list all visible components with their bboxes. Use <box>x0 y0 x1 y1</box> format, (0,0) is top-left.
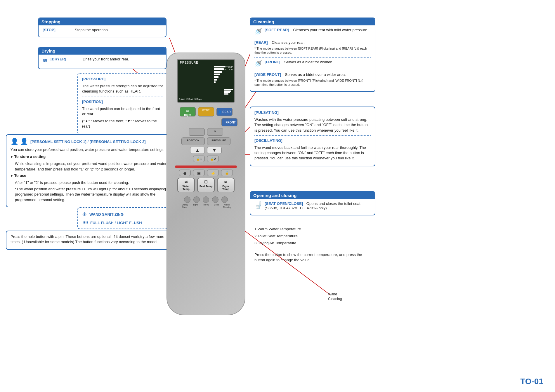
page-container: Stopping [STOP] Stops the operation. Dry… <box>0 0 555 392</box>
person2-icon: 👤 <box>20 138 28 145</box>
page-id: TO-01 <box>520 377 543 386</box>
cleansing-box: Cleansing 🚿 [SOFT REAR] Cleanses your re… <box>250 18 375 92</box>
red-separator <box>175 165 237 168</box>
to01-btn[interactable] <box>203 196 209 203</box>
dryer-temp-button[interactable]: ≋ Dryer Temp <box>217 178 235 192</box>
pressure-position-box: [PRESSURE] The water pressure strength c… <box>77 73 168 135</box>
personal-title: [PERSONAL SETTING LOCK 1] / [PERSONAL SE… <box>30 140 146 144</box>
optional-text: Press the hole button with a pin. These … <box>11 234 174 245</box>
soft-rear-label: [SOFT REAR] <box>265 28 289 32</box>
wand-sanitizing-icon: ✳ <box>82 211 87 218</box>
position-desc: The wand position can be adjusted to the… <box>82 106 163 117</box>
soft-rear-row: 🚿 [SOFT REAR] Cleanses your rear with mi… <box>254 28 371 35</box>
btn-row-arrows: ▲ ▼ <box>171 147 240 154</box>
stop-row: [STOP] Stops the operation. <box>43 28 162 32</box>
toilet-icon: 🚽 <box>254 201 262 209</box>
drying-box: Drying ≋ [DRYER] Dries your front and/or… <box>38 47 166 69</box>
icon-btn2[interactable]: ⊞ <box>193 170 205 176</box>
temp-position-bars <box>224 89 233 95</box>
person-sitting-icon2: 🚿 <box>254 60 262 67</box>
bar6 <box>214 79 217 81</box>
use-desc2: *The wand position and water pressure LE… <box>15 187 174 203</box>
icon-btn1[interactable]: ⊕ <box>179 170 191 176</box>
seat-temp-button[interactable]: ⊡ Seat Temp <box>197 178 215 192</box>
rear-button[interactable]: 👤 REAR <box>216 108 233 116</box>
position-label: [POSITION] <box>82 100 103 104</box>
screen-label: PRESSURE <box>180 61 198 64</box>
dryer-row: ≋ [DRYER] Dries your front and/or rear. <box>43 57 162 64</box>
btn-row-icons: ⊕ ⊞ ⚡ 🔓 <box>171 170 240 176</box>
use-title: To use <box>14 173 26 178</box>
front-desc: Serves as a bidet for women. <box>284 60 333 64</box>
pulsating-desc: Washes with the water pressure pulsating… <box>254 117 371 133</box>
mode-note2: * The mode changes between [FRONT] (Flic… <box>254 79 371 87</box>
position-note: ("▲" : Moves to the front, "▼" : Moves t… <box>82 119 163 129</box>
btn-row-front: ↓ FRONT <box>171 118 240 126</box>
store-desc: While cleansing is in progress, set your… <box>15 161 174 172</box>
label-wand-cleaning: WandCleaning <box>223 204 231 209</box>
dryer-desc: Dries your front and/or rear. <box>83 57 129 61</box>
energy-saver-btn[interactable] <box>184 196 190 203</box>
pressure-label: [PRESSURE] <box>82 77 105 81</box>
front-button[interactable]: ↓ FRONT <box>221 118 237 126</box>
temp-line3: 3.Drying Air Temperature <box>254 241 371 246</box>
position-button[interactable]: POSITION <box>181 137 205 145</box>
btn-row-osc: ~ ≈ <box>171 128 240 136</box>
dryer-icon: ≋ <box>43 57 48 64</box>
wand-cleaning-btn[interactable] <box>221 196 228 203</box>
personal-setting-box: 👤 👤 [PERSONAL SETTING LOCK 1] / [PERSONA… <box>6 134 178 207</box>
use-desc1: After "1" or "2" is pressed, please push… <box>15 180 174 185</box>
personal-btn-2[interactable]: 🔒2 <box>207 156 219 162</box>
soft-rear-desc: Cleanses your rear with mild water press… <box>293 28 368 32</box>
wand-sanitizing-label: WAND SANITIZING <box>89 212 124 217</box>
bar7 <box>214 81 216 83</box>
wide-front-desc: Serves as a bidet over a wider area. <box>285 72 346 77</box>
bar4 <box>214 74 220 75</box>
stop-button[interactable]: STOP <box>198 107 214 116</box>
down-button[interactable]: ▼ <box>207 147 222 154</box>
bottom-labels: EnergySaver Light TO-01 Beep WandCleanin… <box>181 204 231 209</box>
pulsating-box: [PULSATING] Washes with the water pressu… <box>250 107 375 166</box>
dryer-button[interactable]: ≋ Dryer <box>180 107 196 116</box>
water-temp-button[interactable]: ≋ Water Temp <box>177 178 195 192</box>
front-row: 🚿 [FRONT] Serves as a bidet for women. <box>254 60 371 67</box>
personal-btn-1[interactable]: 🔒1 <box>193 156 205 162</box>
stopping-title: Stopping <box>39 18 166 25</box>
light-btn[interactable] <box>193 196 200 203</box>
wide-front-label: [WIDE FRONT] <box>254 72 281 77</box>
full-flush-label: FULL FLUSH / LIGHT FLUSH <box>90 221 142 225</box>
btn-row-pos-pres: POSITION PRESSURE <box>171 137 240 145</box>
cleansing-title: Cleansing <box>250 18 375 25</box>
label-to01: TO-01 <box>202 204 210 209</box>
wand-flush-box: ✳ WAND SANITIZING ⠿⠿ FULL FLUSH / LIGHT … <box>77 207 168 229</box>
seat-label: [SEAT OPEN/CLOSE] <box>265 201 303 206</box>
stop-label: [STOP] <box>43 28 72 32</box>
oscillating-label: [OSCILLATING] <box>254 138 282 143</box>
osc-button2[interactable]: ≈ <box>207 128 223 136</box>
btn-row-personal: 🔒1 🔒2 <box>171 156 240 162</box>
osc-button1[interactable]: ~ <box>189 128 205 136</box>
front-label: [FRONT] <box>265 60 280 64</box>
mode-note1: * The mode changes between [SOFT REAR] (… <box>254 46 371 55</box>
store-title: To store a setting <box>14 154 46 159</box>
screen-temp: TEMPPOSITION <box>222 66 233 71</box>
rear-label: [REAR] <box>254 40 268 45</box>
pressure-desc: The water pressure strength can be adjus… <box>82 83 163 94</box>
drying-title: Drying <box>39 47 166 55</box>
icon-btn3[interactable]: ⚡ <box>207 170 219 176</box>
flush-icon: ⠿⠿ <box>82 220 88 226</box>
dryer-label: [DRYER] <box>51 57 80 61</box>
opening-closing-title: Opening and closing <box>250 192 375 199</box>
person1-icon: 👤 <box>11 138 18 145</box>
temp-desc: Press the button to show the current tem… <box>254 252 371 263</box>
up-button[interactable]: ▲ <box>190 147 205 154</box>
label-beep: Beep <box>212 204 221 209</box>
stopping-box: Stopping [STOP] Stops the operation. <box>38 18 166 37</box>
pressure-button[interactable]: PRESSURE <box>207 137 230 145</box>
remote-control: PRESSURE TEMPPOSITION 1.Wat 2.Seat 3.Dry… <box>166 53 245 315</box>
icon-btn4[interactable]: 🔓 <box>221 170 233 176</box>
temp-line2: 2.Toilet Seat Temperature <box>254 234 371 239</box>
beep-btn[interactable] <box>212 196 218 203</box>
seat-row: 🚽 [SEAT OPEN/CLOSE] Opens and closes the… <box>254 201 371 210</box>
temp-line1: 1.Warm Water Temperature <box>254 227 371 232</box>
